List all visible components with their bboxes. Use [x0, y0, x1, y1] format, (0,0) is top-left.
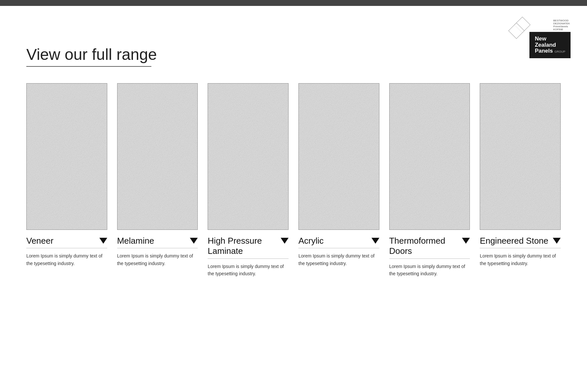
title-underline [26, 66, 151, 67]
product-divider-veneer [26, 248, 107, 248]
svg-rect-7 [299, 84, 379, 230]
svg-rect-4 [208, 84, 288, 230]
product-title-veneer: Veneer [26, 236, 97, 246]
product-description-engineered-stone: Lorem Ipsum is simply dummy text of the … [480, 252, 561, 267]
product-title-engineered-stone: Engineered Stone [480, 236, 550, 246]
product-title-row-acrylic: Acrylic [298, 236, 379, 246]
logo-brand-text: New Zealand Panels GROUP [535, 36, 565, 54]
product-description-melamine: Lorem Ipsum is simply dummy text of the … [117, 252, 198, 267]
product-divider-high-pressure-laminate [208, 258, 289, 259]
logo-sub-brands: BESTWOOD DEZIGNATEK PrimeVanels KOPINE [553, 19, 570, 31]
product-arrow-melamine [190, 238, 198, 244]
product-title-row-melamine: Melamine [117, 236, 198, 246]
product-image-acrylic [298, 83, 379, 230]
product-arrow-engineered-stone [553, 238, 561, 244]
product-description-veneer: Lorem Ipsum is simply dummy text of the … [26, 252, 107, 267]
product-card-thermoformed-doors[interactable]: Thermoformed Doors Lorem Ipsum is simply… [389, 83, 470, 278]
product-card-acrylic[interactable]: Acrylic Lorem Ipsum is simply dummy text… [298, 83, 379, 267]
svg-rect-6 [299, 84, 379, 230]
svg-rect-8 [390, 84, 470, 230]
product-title-row-high-pressure-laminate: High Pressure Laminate [208, 236, 289, 256]
product-description-thermoformed-doors: Lorem Ipsum is simply dummy text of the … [389, 263, 470, 278]
product-title-row-veneer: Veneer [26, 236, 107, 246]
product-arrow-veneer [99, 238, 107, 244]
product-title-thermoformed-doors: Thermoformed Doors [389, 236, 460, 256]
sub-brand-kopine: KOPINE [553, 28, 570, 31]
product-title-melamine: Melamine [117, 236, 188, 246]
product-description-acrylic: Lorem Ipsum is simply dummy text of the … [298, 252, 379, 267]
product-title-acrylic: Acrylic [298, 236, 369, 246]
sub-brand-dezignatek: DEZIGNATEK [553, 22, 570, 25]
svg-rect-0 [27, 84, 107, 230]
svg-rect-5 [208, 84, 288, 230]
svg-rect-2 [117, 84, 198, 230]
product-card-engineered-stone[interactable]: Engineered Stone Lorem Ipsum is simply d… [480, 83, 561, 267]
logo-area: BESTWOOD DEZIGNATEK PrimeVanels KOPINE N… [505, 19, 571, 58]
top-bar [0, 0, 587, 6]
page-container: BESTWOOD DEZIGNATEK PrimeVanels KOPINE N… [0, 6, 587, 392]
product-description-high-pressure-laminate: Lorem Ipsum is simply dummy text of the … [208, 263, 289, 278]
sub-brand-bestwood: BESTWOOD [553, 19, 570, 22]
svg-rect-11 [480, 84, 560, 230]
product-card-veneer[interactable]: Veneer Lorem Ipsum is simply dummy text … [26, 83, 107, 267]
page-title: View our full range [26, 45, 561, 63]
logo-black-block: New Zealand Panels GROUP [529, 32, 571, 58]
product-arrow-high-pressure-laminate [281, 238, 289, 244]
sub-brand-primepanels: PrimeVanels [553, 25, 570, 28]
product-title-high-pressure-laminate: High Pressure Laminate [208, 236, 278, 256]
svg-rect-10 [480, 84, 560, 230]
product-image-melamine [117, 83, 198, 230]
svg-rect-3 [117, 84, 198, 230]
product-image-veneer [26, 83, 107, 230]
product-divider-melamine [117, 248, 198, 248]
svg-rect-1 [27, 84, 107, 230]
product-arrow-acrylic [371, 238, 379, 244]
logo-shapes [505, 19, 528, 45]
product-divider-thermoformed-doors [389, 258, 470, 259]
product-divider-acrylic [298, 248, 379, 248]
product-card-melamine[interactable]: Melamine Lorem Ipsum is simply dummy tex… [117, 83, 198, 267]
product-divider-engineered-stone [480, 248, 561, 248]
product-image-high-pressure-laminate [208, 83, 289, 230]
product-title-row-engineered-stone: Engineered Stone [480, 236, 561, 246]
product-arrow-thermoformed-doors [462, 238, 470, 244]
product-title-row-thermoformed-doors: Thermoformed Doors [389, 236, 470, 256]
product-image-thermoformed-doors [389, 83, 470, 230]
products-grid: Veneer Lorem Ipsum is simply dummy text … [26, 83, 561, 278]
product-image-engineered-stone [480, 83, 561, 230]
svg-rect-9 [390, 84, 470, 230]
product-card-high-pressure-laminate[interactable]: High Pressure Laminate Lorem Ipsum is si… [208, 83, 289, 278]
